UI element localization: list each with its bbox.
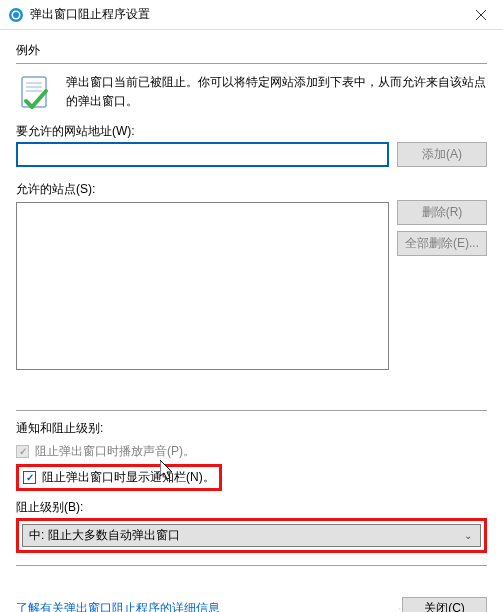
separator xyxy=(16,410,487,412)
allowed-sites-label: 允许的站点(S): xyxy=(16,181,487,198)
play-sound-label: 阻止弹出窗口时播放声音(P)。 xyxy=(35,443,195,460)
show-notification-bar-label: 阻止弹出窗口时显示通知栏(N)。 xyxy=(42,469,215,486)
close-window-button[interactable] xyxy=(458,0,503,29)
window-title: 弹出窗口阻止程序设置 xyxy=(30,6,458,23)
add-button[interactable]: 添加(A) xyxy=(397,142,487,167)
notifications-header: 通知和阻止级别: xyxy=(16,420,487,437)
svg-point-2 xyxy=(13,12,19,18)
separator xyxy=(16,565,487,567)
show-notification-bar-checkbox[interactable]: ✓ xyxy=(23,471,36,484)
learn-more-link[interactable]: 了解有关弹出窗口阻止程序的详细信息 xyxy=(16,600,220,612)
chevron-down-icon: ⌄ xyxy=(464,530,480,541)
document-checkmark-icon xyxy=(16,73,56,113)
highlight-annotation: ✓ 阻止弹出窗口时显示通知栏(N)。 xyxy=(16,464,222,491)
website-address-input[interactable] xyxy=(16,142,389,167)
popup-blocker-icon xyxy=(8,7,24,23)
blocking-level-select[interactable]: 中: 阻止大多数自动弹出窗口 ⌄ xyxy=(22,524,481,547)
remove-button[interactable]: 删除(R) xyxy=(397,200,487,225)
close-button[interactable]: 关闭(C) xyxy=(402,597,487,612)
exceptions-description: 弹出窗口当前已被阻止。你可以将特定网站添加到下表中，从而允许来自该站点的弹出窗口… xyxy=(66,73,487,113)
separator xyxy=(16,63,487,65)
remove-all-button[interactable]: 全部删除(E)... xyxy=(397,231,487,256)
exceptions-header: 例外 xyxy=(16,42,487,59)
play-sound-checkbox: ✓ xyxy=(16,445,29,458)
allowed-sites-listbox[interactable] xyxy=(16,202,389,370)
titlebar: 弹出窗口阻止程序设置 xyxy=(0,0,503,30)
highlight-annotation: 中: 阻止大多数自动弹出窗口 ⌄ xyxy=(16,518,487,553)
blocking-level-value: 中: 阻止大多数自动弹出窗口 xyxy=(29,527,180,544)
blocking-level-label: 阻止级别(B): xyxy=(16,499,487,516)
address-label: 要允许的网站地址(W): xyxy=(16,123,487,140)
